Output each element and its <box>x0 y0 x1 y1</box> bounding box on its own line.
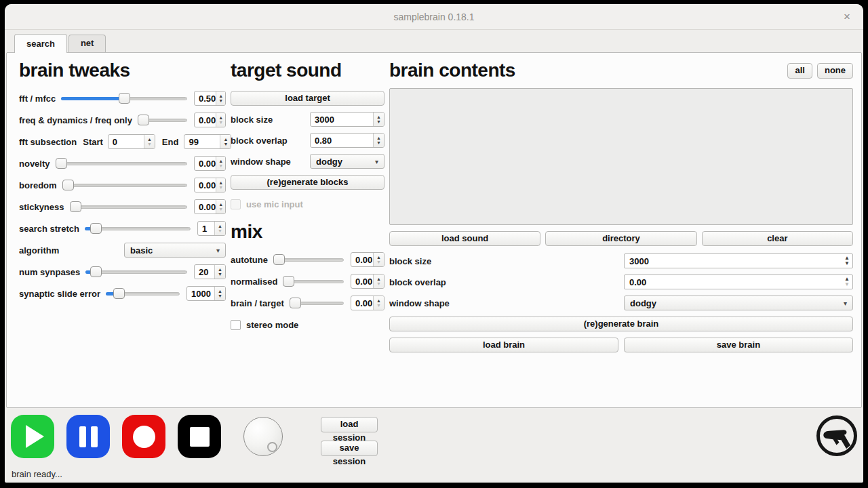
algorithm-dropdown[interactable]: basic ▾ <box>124 243 226 258</box>
normalised-row: normalised 0.00 ▲▼ <box>231 274 384 289</box>
play-button[interactable] <box>11 415 54 458</box>
regenerate-blocks-button[interactable]: (re)generate blocks <box>231 175 384 190</box>
titlebar: samplebrain 0.18.1 × <box>5 4 863 30</box>
slider-handle[interactable] <box>283 276 294 287</box>
load-session-button[interactable]: load session <box>321 417 378 432</box>
synaptic-slide-error-spinbox[interactable]: 1000 ▲▼ <box>186 286 226 301</box>
spin-down-icon[interactable]: ▼ <box>218 207 223 211</box>
search-stretch-spinbox[interactable]: 1 ▲▼ <box>197 221 226 236</box>
spin-down-icon[interactable]: ▼ <box>376 119 381 124</box>
brain-contents-list[interactable] <box>389 88 853 225</box>
fft-start-spinbox[interactable]: 0 ▲▼ <box>108 134 155 149</box>
spin-down-icon[interactable]: ▼ <box>376 303 381 308</box>
pause-button[interactable] <box>66 415 110 458</box>
close-icon[interactable]: × <box>840 10 854 24</box>
boredom-slider[interactable] <box>62 178 187 192</box>
stickyness-slider[interactable] <box>70 199 188 214</box>
spin-down-icon[interactable]: ▼ <box>147 142 152 146</box>
spin-down-icon[interactable]: ▼ <box>218 120 223 125</box>
spin-up-icon[interactable]: ▲ <box>218 202 223 207</box>
fft-mfcc-spinbox[interactable]: 0.50 ▲▼ <box>194 91 226 106</box>
spin-up-icon[interactable]: ▲ <box>376 277 381 281</box>
search-stretch-slider[interactable] <box>85 221 191 236</box>
brain-target-slider[interactable] <box>290 296 344 310</box>
freq-dynamics-slider[interactable] <box>138 113 187 127</box>
spin-down-icon[interactable]: ▼ <box>218 228 222 233</box>
autotune-slider[interactable] <box>273 252 344 267</box>
spin-down-icon[interactable]: ▼ <box>218 163 223 168</box>
stereo-mode-checkbox[interactable] <box>231 320 241 330</box>
target-block-overlap-spinbox[interactable]: 0.80 ▲▼ <box>310 133 384 148</box>
stickyness-spinbox[interactable]: 0.00 ▲▼ <box>194 199 226 214</box>
novelty-slider[interactable] <box>56 156 187 171</box>
slider-handle[interactable] <box>113 288 125 299</box>
slider-handle[interactable] <box>119 93 130 104</box>
select-all-button[interactable]: all <box>787 63 812 79</box>
spin-down-icon[interactable]: ▼ <box>218 185 223 190</box>
spin-down-icon[interactable]: ▼ <box>844 261 850 266</box>
normalised-slider[interactable] <box>283 274 344 289</box>
load-brain-button[interactable]: load brain <box>389 338 618 352</box>
num-synpases-slider[interactable] <box>85 264 187 279</box>
record-button[interactable] <box>122 415 165 458</box>
stickyness-label: stickyness <box>19 202 64 212</box>
spin-up-icon[interactable]: ▲ <box>218 180 223 185</box>
slider-handle[interactable] <box>290 298 301 308</box>
spin-up-icon[interactable]: ▲ <box>376 298 381 303</box>
slider-handle[interactable] <box>90 266 102 277</box>
directory-button[interactable]: directory <box>545 231 696 246</box>
target-block-size-spinbox[interactable]: 3000 ▲▼ <box>310 112 384 127</box>
slider-handle[interactable] <box>138 115 149 125</box>
slider-handle[interactable] <box>62 180 74 190</box>
spin-up-icon[interactable]: ▲ <box>376 115 381 119</box>
spin-down-icon[interactable]: ▼ <box>376 140 381 145</box>
select-none-button[interactable]: none <box>817 63 853 79</box>
spin-down-icon[interactable]: ▼ <box>218 98 223 103</box>
volume-knob[interactable] <box>243 417 283 456</box>
spin-up-icon[interactable]: ▲ <box>218 224 222 228</box>
num-synpases-spinbox[interactable]: 20 ▲▼ <box>194 264 226 279</box>
slider-handle[interactable] <box>90 223 102 234</box>
save-brain-button[interactable]: save brain <box>624 338 853 352</box>
stop-button[interactable] <box>178 415 221 458</box>
save-session-button[interactable]: save session <box>321 441 378 456</box>
freq-dynamics-spinbox[interactable]: 0.00 ▲▼ <box>194 113 226 127</box>
spin-up-icon[interactable]: ▲ <box>218 267 222 272</box>
clear-button[interactable]: clear <box>702 231 853 246</box>
bc-block-size-spinbox[interactable]: 3000 ▲▼ <box>624 253 853 268</box>
fft-mfcc-slider[interactable] <box>61 91 187 106</box>
spin-up-icon[interactable]: ▲ <box>218 289 222 293</box>
regenerate-brain-button[interactable]: (re)generate brain <box>389 317 853 331</box>
autotune-spinbox[interactable]: 0.00 ▲▼ <box>351 252 384 267</box>
fft-end-spinbox[interactable]: 99 ▲▼ <box>184 134 231 149</box>
bc-block-overlap-spinbox[interactable]: 0.00 ▲▼ <box>624 274 853 289</box>
load-target-button[interactable]: load target <box>231 91 384 106</box>
brain-target-spinbox[interactable]: 0.00 ▲▼ <box>351 296 384 310</box>
spin-up-icon[interactable]: ▲ <box>376 136 381 140</box>
synaptic-slide-error-slider[interactable] <box>106 286 180 301</box>
spin-down-icon[interactable]: ▼ <box>844 282 850 287</box>
spin-down-icon[interactable]: ▼ <box>376 281 381 286</box>
tab-search[interactable]: search <box>14 34 67 53</box>
spin-up-icon[interactable]: ▲ <box>218 159 223 163</box>
spin-up-icon[interactable]: ▲ <box>147 137 152 142</box>
spin-up-icon[interactable]: ▲ <box>376 255 381 260</box>
spin-up-icon[interactable]: ▲ <box>218 115 223 120</box>
load-sound-button[interactable]: load sound <box>389 231 540 246</box>
spin-up-icon[interactable]: ▲ <box>218 94 223 98</box>
target-window-shape-dropdown[interactable]: dodgy ▾ <box>310 154 384 169</box>
spin-down-icon[interactable]: ▼ <box>223 142 228 146</box>
spin-down-icon[interactable]: ▼ <box>376 260 381 264</box>
slider-handle[interactable] <box>70 201 81 212</box>
boredom-spinbox[interactable]: 0.00 ▲▼ <box>194 178 226 192</box>
slider-handle[interactable] <box>273 254 285 265</box>
slider-handle[interactable] <box>56 158 67 169</box>
novelty-spinbox[interactable]: 0.00 ▲▼ <box>194 156 226 171</box>
spin-down-icon[interactable]: ▼ <box>218 293 222 298</box>
spin-down-icon[interactable]: ▼ <box>218 272 222 277</box>
bc-window-shape-dropdown[interactable]: dodgy ▾ <box>624 296 853 310</box>
spin-up-icon[interactable]: ▲ <box>223 137 228 142</box>
normalised-spinbox[interactable]: 0.00 ▲▼ <box>351 274 384 289</box>
autotune-row: autotune 0.00 ▲▼ <box>231 252 384 267</box>
tab-net[interactable]: net <box>68 35 106 52</box>
